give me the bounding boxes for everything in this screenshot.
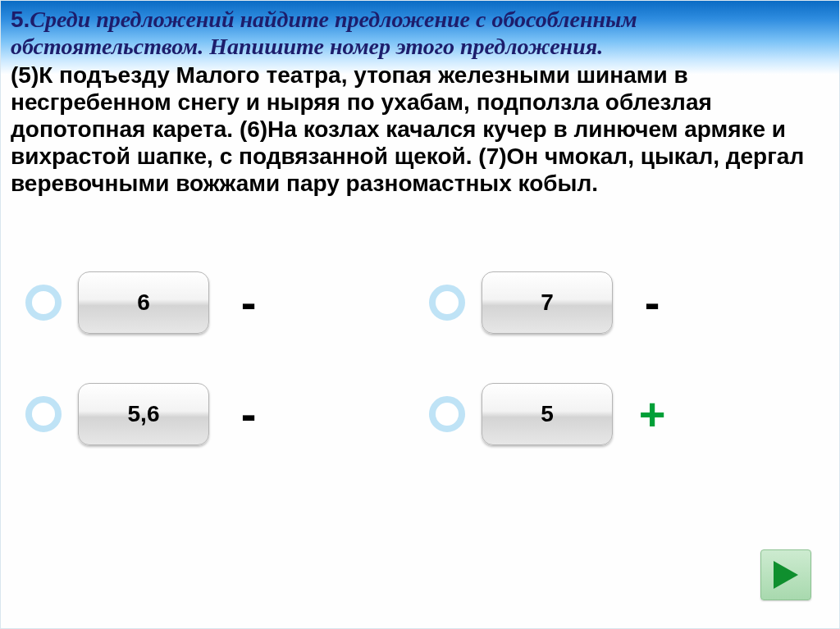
- radio-icon[interactable]: [429, 285, 465, 321]
- answer-label: 7: [541, 289, 554, 316]
- radio-icon[interactable]: [429, 396, 465, 432]
- answers-grid: 6 - 7 - 5,6 -: [1, 271, 839, 495]
- answer-button-6[interactable]: 6: [78, 271, 209, 334]
- question-text: 5.Среди предложений найдите предложение …: [11, 6, 829, 60]
- answer-label: 5,6: [128, 401, 160, 427]
- next-button[interactable]: [760, 549, 811, 600]
- mark-pos: +: [629, 391, 675, 437]
- option-56: 5,6 -: [25, 383, 411, 445]
- radio-icon[interactable]: [25, 285, 62, 321]
- option-7: 7 -: [429, 271, 815, 334]
- answer-button-56[interactable]: 5,6: [78, 383, 209, 445]
- answer-label: 5: [541, 401, 554, 427]
- mark-neg: -: [629, 280, 675, 326]
- mark-neg: -: [226, 391, 272, 437]
- answers-row-1: 6 - 7 -: [25, 271, 815, 334]
- question-body: Среди предложений найдите предложение с …: [11, 7, 637, 59]
- play-icon: [772, 559, 800, 590]
- option-5: 5 +: [429, 383, 815, 445]
- answer-label: 6: [137, 289, 150, 316]
- passage-text: (5)К подъезду Малого театра, утопая желе…: [11, 62, 829, 197]
- mark-neg: -: [226, 280, 272, 326]
- slide: 5.Среди предложений найдите предложение …: [0, 0, 840, 629]
- answers-row-2: 5,6 - 5 +: [25, 383, 815, 445]
- svg-marker-0: [774, 561, 798, 589]
- answer-button-5[interactable]: 5: [482, 383, 613, 445]
- question-number: 5.: [11, 7, 30, 32]
- content-area: 5.Среди предложений найдите предложение …: [1, 1, 839, 197]
- radio-icon[interactable]: [25, 396, 62, 432]
- option-6: 6 -: [25, 271, 411, 334]
- answer-button-7[interactable]: 7: [482, 271, 613, 334]
